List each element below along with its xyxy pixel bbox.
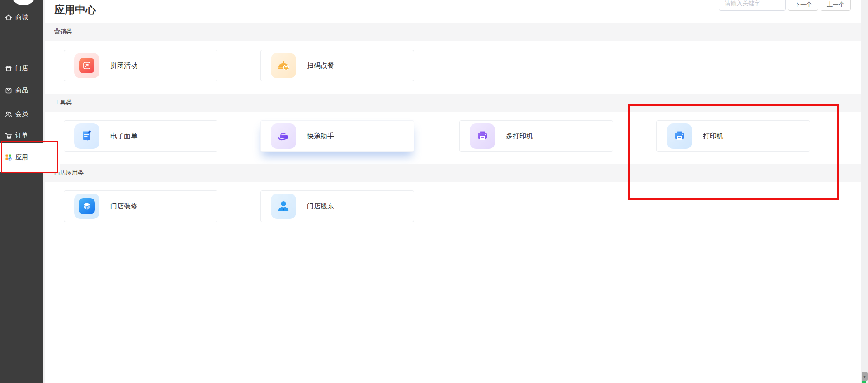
app-name: 拼团活动 [110,61,137,70]
app-name: 快递助手 [307,132,334,141]
waybill-icon [74,123,99,149]
scan-order-icon [271,53,296,78]
app-card-scan-order[interactable]: 扫码点餐 [260,50,414,81]
sidebar-item-label: 门店 [15,64,28,72]
sidebar-item-members[interactable]: 会员 [0,109,43,119]
store-decor-icon [74,194,99,219]
sidebar-item-label: 订单 [15,132,28,140]
app-name: 门店装修 [110,202,137,211]
express-helper-icon [271,123,296,149]
app-card-waybill[interactable]: 电子面单 [64,120,217,152]
sidebar-item-mall[interactable]: 商城 [0,12,43,23]
sidebar-item-label: 会员 [15,110,28,118]
prev-button[interactable]: 上一个 [821,0,851,11]
app-card-printer[interactable]: 打印机 [656,120,810,152]
orders-icon [5,132,13,140]
selected-item-highlight [43,143,60,172]
app-card-groupbuy[interactable]: 拼团活动 [64,50,217,81]
sidebar-item-store[interactable]: 门店 [0,63,43,74]
home-icon [5,14,13,22]
app-name: 打印机 [703,132,723,141]
section-header-marketing: 营销类 [45,23,861,41]
sidebar-item-label: 应用 [15,153,28,161]
app-name: 门店股东 [307,202,334,211]
members-icon [5,110,13,118]
store-icon [5,64,13,72]
store-shareholder-icon [271,194,296,219]
multi-printer-icon [470,123,495,149]
apps-icon [5,153,13,161]
sidebar-item-orders[interactable]: 订单 [0,130,43,141]
printer-icon [667,123,692,149]
app-card-store-shareholder[interactable]: 门店股东 [260,190,414,222]
app-card-multi-printer[interactable]: 多打印机 [459,120,613,152]
groupbuy-icon [74,53,99,78]
content-left-divider [43,0,45,383]
sidebar-item-label: 商城 [15,14,28,22]
app-center-page: 商城 门店 商品 会员 订 [0,0,868,383]
app-name: 多打印机 [506,132,533,141]
app-card-express-helper[interactable]: 快递助手 [260,120,414,152]
page-title: 应用中心 [54,3,96,17]
app-name: 电子面单 [110,132,137,141]
sidebar-item-goods[interactable]: 商品 [0,85,43,96]
search-input[interactable] [719,0,786,11]
scrollbar-bottom-indicator [862,381,866,383]
app-name: 扫码点餐 [307,61,334,70]
next-button[interactable]: 下一个 [788,0,818,11]
scrollbar-track[interactable] [861,0,868,383]
section-header-store-apps: 门店应用类 [45,164,861,182]
sidebar-item-label: 商品 [15,86,28,95]
app-card-store-decor[interactable]: 门店装修 [64,190,217,222]
avatar[interactable] [10,0,37,5]
sidebar-item-apps[interactable]: 应用 [0,143,43,172]
main-content: 应用中心 下一个 上一个 营销类 拼团活动 [43,0,868,383]
section-header-tools: 工具类 [45,94,861,112]
goods-icon [5,86,13,95]
scrollbar-thumb[interactable]: ▾ [862,372,868,381]
sidebar: 商城 门店 商品 会员 订 [0,0,43,383]
